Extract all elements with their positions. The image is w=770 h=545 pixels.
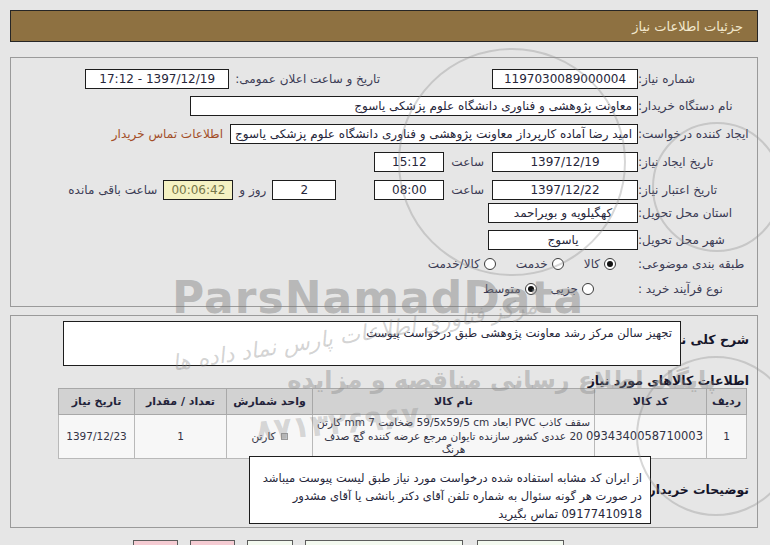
create-date-row: تاریخ ایجاد نیاز: 1397/12/19 ساعت 15:12 xyxy=(8,151,762,173)
expiry-date-label: تاریخ اعتبار نیاز: xyxy=(638,183,762,197)
general-description-textarea[interactable]: تجهیز سالن مرکز رشد معاونت پژوهشی طبق در… xyxy=(63,321,681,366)
radio-medium-label: متوسط xyxy=(483,282,521,296)
radio-goods-service-label: کالا/خدمت xyxy=(428,257,480,271)
need-number-input[interactable]: 1197030089000004 xyxy=(492,69,638,89)
need-number-label: شماره نیاز: xyxy=(638,72,762,86)
cell-item-name: سقف کاذب PVC ابعاد 59/5x59/5 cm ضخامت 7 … xyxy=(313,415,595,459)
radio-service-label: خدمت xyxy=(516,257,548,271)
col-row-number: ردیف xyxy=(707,389,747,415)
remaining-days-label: روز و xyxy=(239,183,266,197)
radio-goods[interactable] xyxy=(604,258,616,270)
cell-unit: کارتن xyxy=(227,415,313,459)
page-title-bar: جزئیات اطلاعات نیاز xyxy=(10,10,758,42)
need-details-page: جزئیات اطلاعات نیاز شماره نیاز: 11970300… xyxy=(0,0,770,545)
delivery-city-label: شهر محل تحویل: xyxy=(638,233,762,247)
remaining-days-box: 2 xyxy=(272,180,336,200)
expiry-time-input[interactable]: 08:00 xyxy=(374,180,444,200)
unit-icon xyxy=(281,433,288,440)
request-creator-row: ایجاد کننده درخواست: امید رضا آماده کارپ… xyxy=(8,123,762,145)
subject-classification-row: طبقه بندی موضوعی: کالا خدمت کالا/خدمت xyxy=(8,253,762,275)
buyer-org-input[interactable]: معاونت پژوهشی و فناوری دانشگاه علوم پزشک… xyxy=(190,96,638,116)
buyer-contact-link[interactable]: اطلاعات تماس خریدار xyxy=(112,127,223,141)
page-title: جزئیات اطلاعات نیاز xyxy=(632,19,743,34)
bottom-action-button-2[interactable] xyxy=(190,540,235,545)
col-need-date: تاریخ نیاز xyxy=(59,389,135,415)
cell-unit-text: کارتن xyxy=(251,430,275,442)
announce-datetime-input[interactable]: 1397/12/19 - 17:12 xyxy=(85,69,229,89)
expiry-date-input[interactable]: 1397/12/22 xyxy=(492,180,638,200)
cell-need-date: 1397/12/23 xyxy=(59,415,135,459)
subject-classification-label: طبقه بندی موضوعی: xyxy=(638,257,762,271)
bottom-action-button-1[interactable] xyxy=(133,540,178,545)
create-time-label: ساعت xyxy=(451,155,484,169)
cell-item-code: 0934340058710003 xyxy=(595,415,707,459)
request-creator-label: ایجاد کننده درخواست: xyxy=(638,127,762,141)
purchase-process-row: نوع فرآیند خرید : جزیی متوسط xyxy=(8,278,762,300)
cell-quantity: 1 xyxy=(135,415,227,459)
create-time-input[interactable]: 15:12 xyxy=(374,152,444,172)
buyer-org-row: نام دستگاه خریدار: معاونت پژوهشی و فناور… xyxy=(8,95,762,117)
expiry-time-label: ساعت xyxy=(451,183,484,197)
purchase-process-label: نوع فرآیند خرید : xyxy=(638,282,762,296)
radio-goods-service[interactable] xyxy=(484,258,496,270)
expiry-date-row: تاریخ اعتبار نیاز: 1397/12/22 ساعت 08:00… xyxy=(8,179,762,201)
col-item-name: نام کالا xyxy=(313,389,595,415)
bottom-action-button-3[interactable] xyxy=(247,540,293,545)
radio-partial[interactable] xyxy=(582,283,594,295)
col-item-code: کد کالا xyxy=(595,389,707,415)
remaining-time-label: ساعت باقی مانده xyxy=(68,183,157,197)
announce-datetime-label: تاریخ و ساعت اعلان عمومی: xyxy=(235,72,380,86)
col-unit: واحد شمارش xyxy=(227,389,313,415)
delivery-province-row: استان محل تحویل: کهگیلویه و بویراحمد xyxy=(8,202,762,224)
create-date-input[interactable]: 1397/12/19 xyxy=(492,152,638,172)
need-number-row: شماره نیاز: 1197030089000004 تاریخ و ساع… xyxy=(8,68,762,90)
items-table-header-row: ردیف کد کالا نام کالا واحد شمارش تعداد /… xyxy=(59,389,747,415)
delivery-province-label: استان محل تحویل: xyxy=(638,206,762,220)
buyer-notes-textarea[interactable]: از ایران کد مشابه استفاده شده درخواست مو… xyxy=(249,456,651,524)
radio-goods-label: کالا xyxy=(584,257,600,271)
radio-service[interactable] xyxy=(552,258,564,270)
radio-medium[interactable] xyxy=(525,283,537,295)
delivery-city-input[interactable]: یاسوج xyxy=(488,230,638,250)
need-items-panel: شرح کلی نیاز: تجهیز سالن مرکز رشد معاونت… xyxy=(10,315,758,528)
col-quantity: تعداد / مقدار xyxy=(135,389,227,415)
bottom-action-button-4[interactable] xyxy=(305,540,463,545)
items-table: ردیف کد کالا نام کالا واحد شمارش تعداد /… xyxy=(58,388,747,459)
items-section-title: اطلاعات کالاهای مورد نیاز xyxy=(588,373,749,388)
create-date-label: تاریخ ایجاد نیاز: xyxy=(638,155,762,169)
remaining-time-countdown: 00:06:42 xyxy=(163,180,233,200)
radio-partial-label: جزیی xyxy=(551,282,578,296)
buyer-notes-label: توضیحات خریدار: xyxy=(643,482,749,497)
delivery-city-row: شهر محل تحویل: یاسوج xyxy=(8,229,762,251)
items-table-row: 1 0934340058710003 سقف کاذب PVC ابعاد 59… xyxy=(59,415,747,459)
request-creator-input[interactable]: امید رضا آماده کارپرداز معاونت پژوهشی و … xyxy=(230,124,638,144)
delivery-province-input[interactable]: کهگیلویه و بویراحمد xyxy=(488,203,638,223)
bottom-action-button-5[interactable] xyxy=(477,540,564,545)
buyer-org-label: نام دستگاه خریدار: xyxy=(638,99,762,113)
cell-row-number: 1 xyxy=(707,415,747,459)
